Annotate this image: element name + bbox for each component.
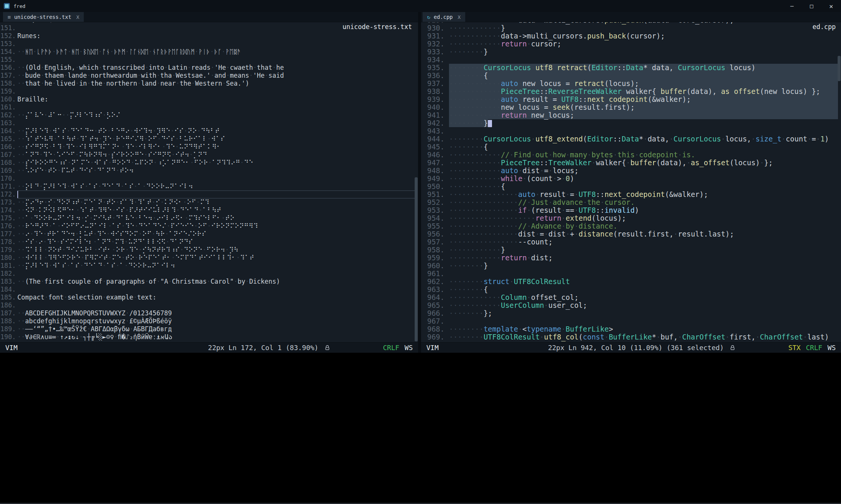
code-line[interactable]: 942.········} [421, 119, 838, 127]
code-line[interactable]: 190.··∀∂∈ℝ∧∪≡∞·↑↗↨↻⇣·┐┼╔╘░►☺♀·ﬁ�⑀₂ἠḂӥẄɐː… [0, 333, 415, 341]
whitespace-dot: · [479, 198, 483, 206]
code-line[interactable]: 934. [421, 56, 838, 64]
code-line[interactable]: 162.··⡌⠁⠧⠑·⠼⠁⠒··⡍⠜⠇⠑⠹⠰⠎·⡣⠕⠌ [0, 111, 415, 119]
line-ending-indicator[interactable]: CRLF [806, 344, 822, 352]
code-line[interactable]: 171.··⡕⠇⠙·⡍⠜⠇⠑⠹·⠺⠁⠎·⠁⠎·⠙⠑⠁⠙·⠁⠎·⠁·⠙⠕⠕⠗⠤⠝⠁… [0, 183, 415, 191]
code-line[interactable]: 166.··⠎⠊⠛⠝⠫·⠃⠹·⠹⠑·⠊⠇⠻⠛⠹⠍⠁⠝⠂·⠹⠑·⠊⠇⠻⠊⠂·⠹⠑·… [0, 143, 415, 151]
whitespace-indicator[interactable]: WS [827, 344, 836, 352]
code-line[interactable]: 952.················//·Just·advance·the·… [421, 198, 838, 206]
code-line[interactable]: 966.········}; [421, 309, 838, 317]
code-line[interactable]: 945.········{ [421, 143, 838, 151]
minimize-button[interactable]: — [782, 0, 802, 12]
code-line[interactable]: 941.············return·new_locus; [421, 111, 838, 119]
tab-ed-cpp[interactable]: ↻ ed.cpp X [423, 12, 465, 22]
code-line[interactable]: 930.············} [421, 24, 838, 32]
code-line[interactable]: 954.····················return·extend(lo… [421, 214, 838, 222]
code-line[interactable]: 959.············return·dist; [421, 254, 838, 262]
code-line[interactable]: 936.········{ [421, 72, 838, 80]
left-scrollbar-thumb[interactable] [415, 177, 418, 341]
code-line[interactable]: 182. [0, 270, 415, 278]
code-line[interactable]: 947.············PieceTree::TreeWalker·wa… [421, 159, 838, 167]
code-line[interactable]: 177.··⠔·⠹⠑·⠞⠗⠁⠙⠑⠲·⡃⠥⠞·⠹⠑·⠺⠊⠎⠙⠕⠍·⠕⠋·⠳⠗·⠁⠝… [0, 230, 415, 238]
code-line[interactable]: 176.··⠗⠑⠛⠜⠙·⠁·⠊⠕⠋⠋⠔⠤⠝⠁⠊⠇·⠁⠎·⠹⠑·⠙⠑⠁⠙⠑⠌·⠏⠊… [0, 222, 415, 230]
code-line[interactable]: 183.··(The·first·couple·of·paragraphs·of… [0, 278, 415, 286]
code-line[interactable]: 187.··ABCDEFGHIJKLMNOPQRSTUVWXYZ·/012345… [0, 309, 415, 317]
pane-splitter[interactable] [418, 12, 421, 353]
code-line[interactable]: 170. [0, 175, 415, 183]
code-line[interactable]: 961. [421, 270, 838, 278]
code-line[interactable]: 179.··⠩⠁⠇⠇·⠝⠕⠞·⠙⠊⠌⠥⠗⠃·⠊⠞⠂·⠕⠗·⠹⠑·⡊⠳⠝⠞⠗⠹⠰⠎… [0, 246, 415, 254]
code-line[interactable]: 163. [0, 119, 415, 127]
code-line[interactable]: 158.··that·he·lived·in·the·northern·land… [0, 80, 415, 88]
code-line[interactable]: 933.········} [421, 48, 838, 56]
code-line[interactable]: 957.················--count; [421, 238, 838, 246]
code-line[interactable]: 167.··⠁⠝⠙·⠹⠑·⠡⠊⠑⠋·⠍⠳⠗⠝⠻⠲·⡎⠊⠗⠕⠕⠛⠑·⠎⠊⠛⠝⠫·⠊… [0, 151, 415, 159]
whitespace-indicator[interactable]: WS [404, 344, 413, 352]
code-line[interactable]: 969.········UTF8ColResult·utf8_col(const… [421, 333, 838, 341]
maximize-button[interactable]: □ [802, 0, 821, 12]
code-line[interactable]: 185.Compact·font·selection·example·text: [0, 293, 415, 301]
code-line[interactable]: 175.··⠁·⠙⠕⠕⠗⠤⠝⠁⠊⠇⠲·⡊·⠍⠊⠣⠞·⠙⠁⠧⠑·⠃⠑⠲·⠔⠊⠇⠔⠫… [0, 214, 415, 222]
code-line[interactable]: 180.··⠺⠊⠇⠇·⠹⠻⠑⠋⠕⠗⠑·⠏⠻⠍⠊⠞·⠍⠑·⠞⠕·⠗⠑⠏⠑⠁⠞⠂·⠑… [0, 254, 415, 262]
code-line[interactable]: 939.············auto·result·=·UTF8::next… [421, 95, 838, 103]
code-line[interactable]: 951.················auto·result·=·UTF8::… [421, 191, 838, 198]
code-line[interactable]: 174.··⠪⠝·⠅⠝⠪⠇⠫⠛⠑⠂·⠱⠁⠞·⠹⠻⠑·⠊⠎·⠏⠜⠞⠊⠊⠥⠇⠜⠇⠹·… [0, 206, 415, 214]
code-line[interactable]: 946.············//·Find·out·how·many·byt… [421, 151, 838, 159]
code-line[interactable]: 156.··(Old·English,·which·transcribed·in… [0, 64, 415, 72]
code-line[interactable]: 161. [0, 103, 415, 111]
code-line[interactable]: 153. [0, 40, 415, 48]
code-line[interactable]: 154.··ᚻᛖ·ᚳᚹᚫᚦ·ᚦᚫᛏ·ᚻᛖ·ᛒᚢᛞᛖ·ᚩᚾ·ᚦᚫᛗ·ᛚᚪᚾᛞᛖ·ᚾ… [0, 48, 415, 56]
whitespace-dot: · [488, 79, 492, 88]
code-line[interactable]: 963.········{ [421, 286, 838, 293]
line-ending-indicator[interactable]: CRLF [383, 344, 399, 352]
code-line[interactable]: 962.········struct·UTF8ColResult [421, 278, 838, 286]
lock-icon[interactable] [730, 345, 735, 351]
code-line[interactable]: 169.··⠡⠕⠎⠑·⠞⠕·⠏⠥⠞·⠙⠊⠎·⠙⠁⠝⠙·⠞⠕⠲ [0, 167, 415, 175]
right-scrollbar-thumb[interactable] [838, 56, 841, 81]
code-line[interactable]: 932.············return·cursor; [421, 40, 838, 48]
tab-close-button[interactable]: X [76, 14, 79, 20]
code-line[interactable]: 168.··⡎⠊⠗⠕⠕⠛⠑⠰⠎·⠝⠁⠍⠑·⠺⠁⠎·⠛⠕⠕⠙·⠥⠏⠕⠝·⠰⡡⠁⠝⠛… [0, 159, 415, 167]
right-editor-area[interactable]: 929.················data->multi_cursors.… [421, 22, 841, 342]
code-line[interactable]: 188.··abcdefghijklmnopqrstuvwxyz·£©µÀÆÖÞ… [0, 317, 415, 325]
code-line[interactable]: 956.················dist·=·dist·+·distan… [421, 230, 838, 238]
code-line[interactable]: 181.··⡍⠜⠇⠑⠹·⠺⠁⠎·⠁⠎·⠙⠑⠁⠙·⠁⠎·⠁·⠙⠕⠕⠗⠤⠝⠁⠊⠇⠲ [0, 262, 415, 270]
tab-close-button[interactable]: X [458, 14, 461, 20]
encoding-indicator[interactable]: STX [788, 344, 801, 352]
code-line[interactable]: 943. [421, 127, 838, 135]
code-line[interactable]: 173.··⡍⠔⠙⠖·⡊·⠙⠕⠝⠰⠞·⠍⠑⠁⠝·⠞⠕·⠎⠁⠹·⠹⠁⠞·⡊·⠅⠝⠪… [0, 198, 415, 206]
code-line[interactable]: 165.··⠱⠁⠞⠑⠧⠻·⠁⠃⠳⠞·⠹⠁⠞⠲·⡹⠑·⠗⠑⠛⠊⠌⠻·⠕⠋·⠙⠊⠎·… [0, 135, 415, 143]
code-line[interactable]: 937.············auto·new_locus·=·retract… [421, 80, 838, 88]
code-line[interactable]: 948.············auto·dist·=·locus; [421, 167, 838, 175]
code-line[interactable]: 935.········CursorLocus·utf8_retract(Edi… [421, 64, 838, 72]
code-line[interactable]: 940.············new_locus·=·seek(result.… [421, 103, 838, 111]
code-line[interactable]: 955.················//·Advance·by·distan… [421, 222, 838, 230]
left-editor-area[interactable]: 150.··ተንጋሎ·ቢተፉ·ተመልሶ·ባፉ።151.152.Runes:153… [0, 22, 418, 342]
code-line[interactable]: 155. [0, 56, 415, 64]
code-line[interactable]: 159. [0, 88, 415, 95]
close-button[interactable]: × [821, 0, 841, 12]
code-line[interactable]: 960.········} [421, 262, 838, 270]
code-line[interactable]: 953.················if·(result·==·UTF8::… [421, 206, 838, 214]
code-line[interactable]: 172. [0, 191, 415, 198]
code-line[interactable]: 944.········CursorLocus·utf8_extend(Edit… [421, 135, 838, 143]
lock-icon[interactable] [324, 345, 330, 351]
code-line[interactable]: 178.··⠊⠎·⠔·⠹⠑·⠎⠊⠍⠊⠇⠑⠆·⠁⠝⠙·⠍⠹·⠥⠝⠙⠁⠇⠇⠪⠫·⠙⠁… [0, 238, 415, 246]
code-line[interactable]: 938.············PieceTree::ReverseTreeWa… [421, 88, 838, 95]
code-line[interactable]: 931.············data->multi_cursors.push… [421, 32, 838, 40]
code-line[interactable]: 164.··⡍⠜⠇⠑⠹·⠺⠁⠎·⠙⠑⠁⠙⠒·⠞⠕·⠃⠑⠛⠔·⠺⠊⠹⠲·⡹⠻⠑·⠊… [0, 127, 415, 135]
code-line[interactable]: 964.············Column·offset_col; [421, 293, 838, 301]
code-line[interactable]: 157.··bude·thaem·lande·northweardum·with… [0, 72, 415, 80]
tab-unicode-stress-txt[interactable]: ≡ unicode-stress.txt X [3, 12, 84, 22]
code-line[interactable]: 967. [421, 317, 838, 325]
code-line[interactable]: 152.Runes: [0, 32, 415, 40]
code-line[interactable]: 186. [0, 301, 415, 309]
code-line[interactable]: 965.············UserColumn·user_col; [421, 301, 838, 309]
code-line[interactable]: 189.··–—‘“”„†•…‰™œŠŸž€·ΑΒΓΔΩαβγδω·АБВГДа… [0, 325, 415, 333]
code-line[interactable]: 958.············} [421, 246, 838, 254]
code-line[interactable]: 968.········template·<typename·BufferLik… [421, 325, 838, 333]
code-line[interactable]: 160.Braille: [0, 95, 415, 103]
code-line[interactable]: 184. [0, 286, 415, 293]
code-line[interactable]: 950.············{ [421, 183, 838, 191]
code-line[interactable]: 949.············while·(count·>·0) [421, 175, 838, 183]
